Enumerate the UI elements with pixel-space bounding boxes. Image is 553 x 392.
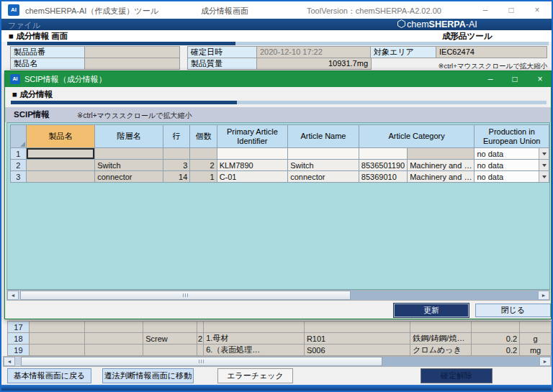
go-to-compliance-button[interactable]: 遵法判断情報画面に移動 — [102, 368, 194, 383]
grid-cell[interactable] — [143, 322, 197, 333]
scroll-thumb[interactable] — [21, 357, 382, 366]
grid-cell[interactable]: 0.2 — [472, 333, 520, 345]
select-all-corner[interactable] — [11, 125, 27, 148]
grid-cell[interactable]: 3 — [163, 160, 189, 171]
row-number[interactable]: 18 — [8, 333, 30, 345]
grid-cell[interactable]: Switch — [95, 160, 163, 171]
grid-cell[interactable] — [29, 345, 84, 356]
grid-cell[interactable]: Machinery and … — [408, 171, 475, 183]
minimize-icon[interactable]: – — [483, 73, 498, 86]
production-eu-dropdown[interactable]: no data — [475, 160, 549, 171]
selected-cell[interactable] — [26, 148, 94, 160]
production-eu-dropdown[interactable]: no data — [475, 171, 549, 183]
close-icon[interactable]: × — [533, 73, 547, 86]
scroll-right-icon[interactable]: ► — [538, 291, 549, 300]
scroll-grip-icon — [183, 293, 189, 297]
scroll-track[interactable] — [19, 291, 538, 300]
close-button[interactable]: 閉じる — [475, 304, 551, 317]
chevron-down-icon[interactable] — [539, 160, 549, 170]
grid-cell[interactable]: mg — [520, 345, 552, 356]
grid-cell[interactable] — [408, 148, 475, 160]
scroll-track[interactable] — [15, 357, 539, 366]
col-header-layer-name[interactable]: 階層名 — [95, 125, 163, 148]
grid-cell[interactable]: 14 — [163, 171, 189, 183]
scroll-track-shaded[interactable] — [351, 291, 538, 300]
grid-cell[interactable]: 1 — [190, 171, 217, 183]
grid-cell[interactable]: Machinery and … — [408, 160, 475, 171]
scroll-thumb[interactable] — [20, 291, 351, 300]
production-eu-dropdown[interactable]: no data — [475, 148, 549, 160]
grid-cell[interactable] — [190, 148, 217, 160]
grid-cell[interactable] — [163, 148, 189, 160]
row-number[interactable]: 2 — [11, 160, 27, 171]
grid-cell[interactable] — [197, 345, 204, 356]
grid-cell[interactable]: S006 — [304, 345, 410, 356]
dialog-horizontal-scrollbar[interactable]: ◄ ► — [6, 290, 550, 301]
scroll-left-icon[interactable]: ◄ — [7, 291, 19, 300]
row-number[interactable]: 3 — [11, 171, 27, 183]
maximize-icon[interactable]: □ — [504, 4, 518, 17]
grid-cell[interactable] — [84, 322, 143, 333]
row-number[interactable]: 19 — [8, 345, 30, 356]
grid-cell[interactable]: Screw — [143, 333, 197, 345]
grid-cell[interactable]: 6.（表面処理… — [204, 345, 305, 356]
grid-cell[interactable]: C-01 — [217, 171, 288, 183]
grid-cell[interactable]: 8536501190 — [359, 160, 407, 171]
grid-cell[interactable] — [410, 322, 472, 333]
col-header-article-name[interactable]: Article Name — [288, 125, 359, 148]
unconfirm-button[interactable]: 確定解除 — [421, 368, 493, 383]
grid-cell[interactable]: R101 — [304, 333, 410, 345]
grid-cell[interactable] — [204, 322, 305, 333]
row-number[interactable]: 17 — [8, 322, 30, 333]
grid-cell[interactable] — [26, 160, 94, 171]
grid-cell[interactable]: Switch — [288, 160, 359, 171]
main-horizontal-scrollbar[interactable]: ◄ ► — [3, 356, 552, 367]
grid-cell[interactable]: 2 — [197, 333, 204, 345]
minimize-icon[interactable]: – — [478, 4, 493, 17]
grid-cell[interactable]: connector — [288, 171, 359, 183]
menu-file[interactable]: ファイル — [8, 20, 40, 31]
col-header-count[interactable]: 個数 — [190, 125, 217, 148]
grid-cell[interactable]: 85369010 — [359, 171, 407, 183]
grid-cell[interactable] — [95, 148, 163, 160]
grid-cell[interactable] — [304, 322, 410, 333]
grid-cell[interactable] — [84, 345, 143, 356]
grid-cell[interactable] — [143, 345, 197, 356]
scroll-left-icon[interactable]: ◄ — [4, 357, 15, 366]
tool-version: ToolVersion：chemSHERPA-A2.02.00 — [307, 6, 441, 17]
grid-cell[interactable]: 2 — [190, 160, 217, 171]
header-accent-bar — [7, 42, 549, 45]
grid-cell[interactable] — [359, 148, 407, 160]
grid-cell[interactable] — [197, 322, 204, 333]
col-header-product-name[interactable]: 製品名 — [26, 125, 94, 148]
col-header-row[interactable]: 行 — [163, 125, 189, 148]
col-header-article-category[interactable]: Article Category — [359, 125, 475, 148]
grid-cell[interactable] — [29, 333, 84, 345]
col-header-primary-article-identifier[interactable]: Primary Article Identifier — [217, 125, 288, 148]
grid-cell[interactable] — [84, 333, 143, 345]
grid-cell[interactable]: 1.母材 — [204, 333, 305, 345]
scroll-track-shaded[interactable] — [382, 357, 539, 366]
update-button[interactable]: 更新 — [394, 304, 469, 317]
grid-cell[interactable]: 0.2 — [472, 345, 520, 356]
grid-cell[interactable]: 鉄鋼/鋳鋼/焼… — [410, 333, 472, 345]
grid-cell[interactable] — [288, 148, 359, 160]
grid-cell[interactable] — [472, 322, 520, 333]
row-number[interactable]: 1 — [11, 148, 27, 160]
col-header-production-in-eu[interactable]: Production in European Union — [475, 125, 549, 148]
grid-cell[interactable]: g — [520, 333, 552, 345]
grid-cell[interactable]: KLM7890 — [217, 160, 288, 171]
chevron-down-icon[interactable] — [539, 148, 549, 159]
maximize-icon[interactable]: □ — [508, 73, 522, 86]
grid-cell[interactable] — [217, 148, 288, 160]
grid-cell[interactable]: クロムめっき — [410, 345, 472, 356]
grid-cell[interactable] — [29, 322, 84, 333]
error-check-button[interactable]: エラーチェック — [217, 368, 293, 383]
scroll-right-icon[interactable]: ► — [539, 357, 551, 366]
grid-cell[interactable]: connector — [95, 171, 163, 183]
chevron-down-icon[interactable] — [539, 171, 549, 182]
grid-cell[interactable] — [26, 171, 94, 183]
grid-cell[interactable] — [520, 322, 552, 333]
close-icon[interactable]: × — [530, 4, 544, 17]
back-to-basic-info-button[interactable]: 基本情報画面に戻る — [7, 368, 91, 383]
